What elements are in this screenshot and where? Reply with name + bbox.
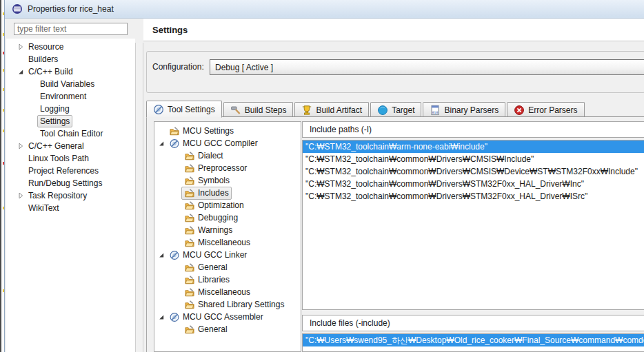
expanded-arrow-icon[interactable] bbox=[157, 313, 166, 320]
tool-icon bbox=[169, 138, 181, 149]
expanded-arrow-icon[interactable] bbox=[16, 68, 26, 75]
tool-tree-item-includes[interactable]: Includes bbox=[154, 187, 301, 199]
tool-tree-item-label: Dialect bbox=[198, 151, 223, 161]
tool-tree-item-libraries[interactable]: Libraries bbox=[154, 273, 301, 286]
sidebar-item-logging[interactable]: Logging bbox=[6, 103, 135, 115]
filter-input[interactable] bbox=[14, 23, 128, 35]
sidebar-item-task-repository[interactable]: Task Repository bbox=[6, 189, 135, 202]
configuration-value: Debug [ Active ] bbox=[215, 63, 273, 72]
include-files-title: Include files (-include) bbox=[310, 318, 390, 328]
sidebar-item-settings[interactable]: Settings bbox=[6, 115, 135, 127]
settings-header: Settings bbox=[143, 19, 644, 41]
sidebar-item-project-references[interactable]: Project References bbox=[6, 165, 135, 177]
settings-folder-icon bbox=[184, 151, 196, 161]
sidebar-item-build-variables[interactable]: Build Variables bbox=[6, 78, 135, 90]
tool-settings-icon bbox=[153, 104, 164, 115]
sidebar-item-label: Build Variables bbox=[37, 78, 97, 90]
tool-tree-item-label: MCU GCC Linker bbox=[183, 250, 247, 260]
tool-tree-item-label: Debugging bbox=[198, 213, 238, 222]
configuration-group: Configuration: Debug [ Active ] bbox=[146, 51, 644, 93]
settings-folder-icon bbox=[184, 225, 196, 236]
tool-tree-item-dialect[interactable]: Dialect bbox=[154, 149, 301, 162]
sidebar-scrollbar[interactable] bbox=[135, 43, 143, 352]
tool-tree-item-label: MCU GCC Assembler bbox=[183, 312, 263, 322]
tool-tree-item-general[interactable]: General bbox=[154, 323, 301, 335]
tool-tree-item-miscellaneous[interactable]: Miscellaneous bbox=[154, 286, 301, 298]
sidebar-item-c-c-general[interactable]: C/C++ General bbox=[6, 140, 135, 152]
tool-tree-item-mcu-gcc-compiler[interactable]: MCU GCC Compiler bbox=[154, 137, 301, 149]
tab-build-steps[interactable]: Build Steps bbox=[223, 102, 294, 117]
collapsed-arrow-icon[interactable] bbox=[16, 192, 26, 199]
tool-tree-item-label: MCU Settings bbox=[183, 126, 234, 136]
include-paths-header: Include paths (-I) bbox=[302, 121, 644, 138]
settings-folder-icon bbox=[184, 163, 196, 174]
collapsed-arrow-icon[interactable] bbox=[16, 43, 26, 50]
tool-tree-item-label: Shared Library Settings bbox=[198, 300, 284, 309]
tool-tree-item-general[interactable]: General bbox=[154, 261, 301, 273]
configuration-label: Configuration: bbox=[152, 62, 204, 72]
settings-folder-icon bbox=[184, 262, 196, 273]
include-paths-list[interactable]: "C:₩STM32_toolchain₩arm-none-eabi₩includ… bbox=[302, 140, 644, 310]
sidebar-item-run-debug-settings[interactable]: Run/Debug Settings bbox=[6, 177, 135, 189]
tool-tree-item-label: Libraries bbox=[198, 275, 230, 284]
tab-tool-settings[interactable]: Tool Settings bbox=[146, 101, 222, 118]
tab-label: Target bbox=[392, 105, 414, 115]
sidebar-item-label: C/C++ General bbox=[26, 140, 87, 152]
include-path-item[interactable]: "C:₩STM32_toolchain₩common₩Drivers₩CMSIS… bbox=[303, 153, 644, 165]
sidebar-item-c-c-build[interactable]: C/C++ Build bbox=[6, 65, 135, 78]
include-path-item[interactable]: "C:₩STM32_toolchain₩common₩Drivers₩STM32… bbox=[303, 190, 644, 203]
configuration-select[interactable]: Debug [ Active ] bbox=[210, 59, 644, 75]
target-icon bbox=[377, 105, 388, 116]
tool-tree-item-preprocessor[interactable]: Preprocessor bbox=[154, 162, 301, 174]
tool-tree-item-label: Optimization bbox=[198, 200, 244, 210]
expanded-arrow-icon[interactable] bbox=[157, 251, 166, 258]
tab-build-artifact[interactable]: Build Artifact bbox=[294, 102, 369, 117]
tool-tree-item-mcu-gcc-assembler[interactable]: MCU GCC Assembler bbox=[154, 311, 301, 323]
tab-label: Tool Settings bbox=[168, 105, 215, 114]
include-files-header: Include files (-include) bbox=[302, 315, 644, 331]
build-artifact-icon bbox=[301, 105, 312, 116]
tab-target[interactable]: Target bbox=[370, 102, 421, 117]
sidebar-item-label: Tool Chain Editor bbox=[37, 127, 105, 140]
sidebar-item-wikitext[interactable]: WikiText bbox=[6, 202, 135, 214]
tabbar: Tool SettingsBuild StepsBuild ArtifactTa… bbox=[146, 100, 644, 117]
sidebar-item-label: Run/Debug Settings bbox=[26, 177, 105, 189]
tool-tree-item-symbols[interactable]: Symbols bbox=[154, 174, 301, 187]
tool-icon bbox=[169, 312, 181, 322]
sidebar-item-resource[interactable]: Resource bbox=[6, 41, 135, 53]
error-parsers-icon bbox=[514, 105, 525, 116]
svg-text:010: 010 bbox=[432, 111, 439, 114]
sidebar-item-environment[interactable]: Environment bbox=[6, 90, 135, 103]
settings-folder-icon bbox=[184, 275, 196, 285]
sidebar-item-label: Builders bbox=[26, 53, 61, 65]
include-files-list[interactable]: "C:₩Users₩swend95_하산₩Desktop₩Old_rice_co… bbox=[302, 333, 644, 352]
tab-binary-parsers[interactable]: 010Binary Parsers bbox=[423, 102, 505, 117]
tool-tree-item-warnings[interactable]: Warnings bbox=[154, 224, 301, 236]
tool-tree-item-label: Symbols bbox=[198, 176, 230, 185]
expanded-arrow-icon[interactable] bbox=[157, 140, 166, 147]
tool-tree-item-label: Preprocessor bbox=[198, 163, 247, 173]
tool-tree-item-label: Warnings bbox=[198, 225, 232, 235]
include-path-item[interactable]: "C:₩STM32_toolchain₩common₩Drivers₩CMSIS… bbox=[303, 165, 644, 178]
tool-tree-item-mcu-gcc-linker[interactable]: MCU GCC Linker bbox=[154, 249, 301, 261]
tool-tree-item-shared-library-settings[interactable]: Shared Library Settings bbox=[154, 298, 301, 311]
include-path-item[interactable]: "C:₩STM32_toolchain₩common₩Drivers₩STM32… bbox=[303, 178, 644, 190]
page-title: Settings bbox=[152, 25, 188, 35]
sidebar-item-linux-tools-path[interactable]: Linux Tools Path bbox=[6, 152, 135, 165]
tool-tree-item-debugging[interactable]: Debugging bbox=[154, 211, 301, 224]
sidebar-item-builders[interactable]: Builders bbox=[6, 53, 135, 65]
tool-tree-item-label: General bbox=[198, 324, 228, 334]
include-file-item[interactable]: "C:₩Users₩swend95_하산₩Desktop₩Old_rice_co… bbox=[303, 334, 644, 346]
tool-tree-item-miscellaneous[interactable]: Miscellaneous bbox=[154, 236, 301, 249]
titlebar[interactable]: Properties for rice_heat bbox=[5, 0, 644, 19]
collapsed-arrow-icon[interactable] bbox=[16, 143, 26, 149]
sidebar-tree: ResourceBuildersC/C++ BuildBuild Variabl… bbox=[6, 39, 135, 352]
include-path-item[interactable]: "C:₩STM32_toolchain₩arm-none-eabi₩includ… bbox=[303, 141, 644, 153]
settings-folder-icon bbox=[184, 200, 196, 211]
tool-tree-item-mcu-settings[interactable]: MCU Settings bbox=[154, 125, 301, 137]
tab-error-parsers[interactable]: Error Parsers bbox=[507, 102, 584, 117]
tool-tree-item-optimization[interactable]: Optimization bbox=[154, 199, 301, 211]
tab-label: Build Artifact bbox=[316, 105, 362, 115]
sidebar-item-tool-chain-editor[interactable]: Tool Chain Editor bbox=[6, 127, 135, 140]
tab-label: Build Steps bbox=[245, 105, 287, 115]
